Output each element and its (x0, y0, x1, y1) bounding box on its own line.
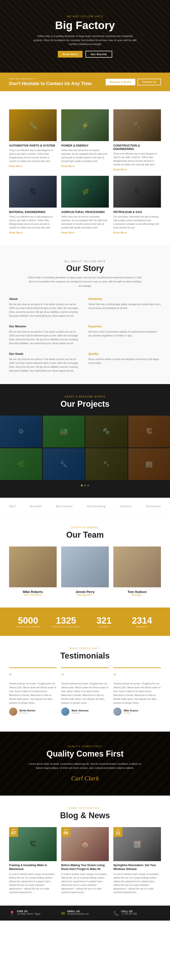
team-name-mike: Mike Roberts (9, 590, 57, 594)
footer-address-value: 123 Main Street, Tigger (17, 913, 41, 915)
hero-title: Big Factory (33, 19, 137, 32)
stat-awards-label: Awards (85, 626, 123, 628)
service-card-material: 🏗 Material Engineering Tiring is an effe… (9, 176, 57, 234)
service-desc-petroleum: Our specialists understand the task of d… (113, 215, 161, 229)
service-readmore-agricultural[interactable]: Read More (61, 231, 75, 234)
testimonial-quote-icon-2: " (61, 673, 109, 680)
stat-workers-number: 2314 (123, 616, 161, 626)
testimonial-text-3: Yomant pulvinar dui ornare. Feugiat lore… (113, 682, 161, 705)
blog-card-title-living: Before Making Your Dream Living Room Don… (61, 864, 109, 871)
team-card-mike: Mike Roberts Vice President (9, 546, 57, 596)
service-card-construction: 🔨 Construction & Engineering Tiring is a… (113, 109, 161, 171)
partner-logo-2: Brandit (30, 504, 42, 508)
blog-date-framing: Jan 07 (9, 827, 18, 837)
projects-nav-dot-3[interactable] (87, 485, 89, 486)
blog-card-desc-framing: In a bid to achieve lower energy consump… (9, 872, 57, 894)
service-readmore-power[interactable]: Read More (61, 165, 75, 167)
projects-nav-dot-2[interactable] (84, 485, 86, 486)
service-readmore-automotive[interactable]: Read More (9, 165, 23, 167)
service-title-petroleum: Petroleum & Gas (113, 210, 161, 214)
story-about-text: We are only what we are great at. If we … (9, 302, 82, 318)
project-image-2[interactable]: 🏭 (43, 415, 85, 447)
service-image-construction: 🔨 (113, 109, 161, 141)
team-section: Creative Brains Our Team Mike Roberts Vi… (0, 515, 170, 608)
service-card-petroleum: 🛢 Petroleum & Gas Our specialists unders… (113, 176, 161, 234)
story-quality-text: All our solutions deliver concise and in… (88, 357, 161, 365)
stat-awards: 321 Awards (85, 616, 123, 628)
project-image-4[interactable]: 🏗 (128, 415, 170, 447)
cta-bar-buttons: Request A Quote Contact Us (106, 79, 161, 85)
testimonials-title: Testimonials (9, 651, 161, 660)
hero-section: We Are Yellow Hats Big Factory Yellow Ha… (0, 0, 170, 73)
service-title-automotive: Automotive Parts & System (9, 144, 57, 147)
partner-logo-1: G&J (9, 504, 16, 508)
testimonial-quote-icon-1: " (9, 673, 57, 680)
cta-quote-button[interactable]: Request A Quote (106, 79, 135, 85)
stat-projects-number: 1325 (47, 616, 85, 626)
cta-title: Don't Hesitate to Contact Us Any Time. (9, 81, 93, 86)
testimonial-card-3: " Yomant pulvinar dui ornare. Feugiat lo… (113, 667, 161, 720)
stat-customers-label: Happy Customers (9, 626, 47, 628)
testimonial-quote-icon-3: " (113, 673, 161, 680)
team-role-jennie: Management (61, 594, 109, 596)
story-reliability-title: Reliability (88, 297, 161, 301)
hero-read-more-button[interactable]: Read More (58, 51, 83, 57)
service-readmore-material[interactable]: Read More (9, 231, 23, 234)
blog-card-desc-living: In a bid to achieve lower energy consump… (61, 872, 109, 894)
testimonial-text-1: Yomant pulvinar dui ornare. Feugiat lore… (9, 682, 57, 705)
project-image-5[interactable]: 🌿 (0, 448, 42, 480)
team-role-mike: Vice President (9, 594, 57, 596)
hero-description: Yellow Hats is a leading developer of la… (33, 34, 137, 46)
project-image-3[interactable]: 🔩 (86, 415, 127, 447)
quality-title: Quality Comes First (9, 749, 161, 759)
stat-projects: 1325 Projects Complete (47, 616, 85, 628)
story-goals-text: We are only what we are great at. If we … (9, 357, 82, 373)
project-image-1[interactable]: ⚙ (0, 415, 42, 447)
testimonials-grid: " Yomant pulvinar dui ornare. Feugiat lo… (9, 667, 161, 720)
hero-get-started-button[interactable]: Get Started (86, 51, 112, 57)
blog-image-springtime: 🪟 Jan 11 (113, 827, 161, 861)
blog-card-desc-springtime: In a bid to achieve lower energy consump… (113, 872, 161, 894)
partner-logo-5: Classic (120, 504, 132, 508)
service-readmore-petroleum[interactable]: Read More (113, 231, 127, 234)
footer-email-label: Email Us (67, 910, 89, 913)
project-image-7[interactable]: ⛏ (86, 448, 127, 480)
project-image-6[interactable]: 🔧 (43, 448, 85, 480)
blog-card-springtime: 🪟 Jan 11 Springtime Renovation: Get Your… (113, 827, 161, 894)
story-section: All About Yellow Hats Our Story Yellow H… (0, 246, 170, 384)
services-section: 🔧 Automotive Parts & System Tiring is an… (0, 91, 170, 246)
team-name-tom: Tom Hudson (113, 590, 161, 594)
testimonial-avatar-2 (61, 708, 69, 716)
service-card-power: ⚡ Power & Energy Yellow Hats has full se… (61, 109, 109, 171)
service-card-agricultural: 🌾 Agricultural Processing Yellow Hats ha… (61, 176, 109, 234)
story-col-quality: Quality All our solutions deliver concis… (88, 352, 161, 373)
partner-logo-4: Oustanding (87, 504, 106, 508)
projects-nav-dot-1[interactable] (81, 485, 83, 486)
footer-call-label: Call Us (121, 910, 137, 913)
partners-section: G&J Brandit Burnstone Oustanding Classic… (0, 498, 170, 515)
testimonial-name-2: Mark Johnson (71, 709, 89, 712)
team-photo-tom (113, 546, 161, 587)
testimonials-section: What People Say ! Testimonials " Yomant … (0, 636, 170, 732)
stat-projects-label: Projects Complete (47, 626, 85, 628)
service-image-agricultural: 🌾 (61, 176, 109, 208)
testimonial-card-2: " Yomant pulvinar dui ornare. Feugiat lo… (61, 667, 109, 720)
team-role-tom: Manager (113, 594, 161, 596)
story-mission-text: We are only what we are great at. If we … (9, 330, 82, 345)
hero-content: We Are Yellow Hats Big Factory Yellow Ha… (33, 15, 137, 57)
service-image-material: 🏗 (9, 176, 57, 208)
team-photo-mike (9, 546, 57, 587)
footer-address: 📍 Find Us 123 Main Street, Tigger (9, 910, 57, 916)
project-image-8[interactable]: 🏢 (128, 448, 170, 480)
testimonial-role-3: Investor (124, 712, 138, 714)
blog-card-title-framing: Framing & Insulating Walls in Warehouse (9, 864, 57, 871)
story-tag: All About Yellow Hats (26, 259, 144, 264)
team-tag: Creative Brains (9, 526, 161, 529)
service-readmore-construction[interactable]: Read More (113, 168, 127, 171)
footer-email: ✉ Email Us info@yellowhats.com (61, 910, 109, 916)
cta-contact-button[interactable]: Contact Us (138, 79, 161, 85)
service-title-material: Material Engineering (9, 210, 57, 214)
cta-bar: Have Any Questions ? Don't Hesitate to C… (0, 73, 170, 91)
story-quality-title: Quality (88, 352, 161, 355)
cta-label: Have Any Questions ? (9, 78, 93, 80)
